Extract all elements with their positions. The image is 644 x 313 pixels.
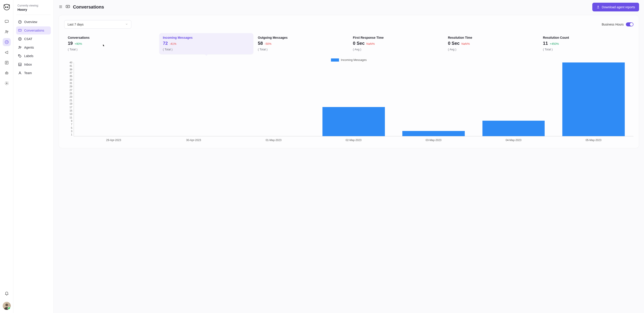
stat-title: Conversations bbox=[68, 36, 155, 39]
y-tick: 43 bbox=[63, 61, 72, 64]
chat-icon bbox=[65, 4, 70, 10]
svg-point-15 bbox=[18, 37, 22, 41]
sidebar-item-label: Team bbox=[24, 71, 32, 75]
x-tick: 02-May-2023 bbox=[314, 136, 394, 142]
stat-value: 19 bbox=[68, 41, 73, 46]
chart-icon bbox=[18, 20, 22, 24]
x-tick: 04-May-2023 bbox=[474, 136, 553, 142]
chart-column bbox=[474, 63, 553, 136]
stat-card-first-response-time[interactable]: First Response Time0 SecNaN%( Avg ) bbox=[349, 33, 444, 54]
y-tick: 5 bbox=[63, 127, 72, 129]
stat-value: 11 bbox=[543, 41, 548, 46]
stat-value: 0 Sec bbox=[448, 41, 460, 46]
chart-y-axis: 434139373533312927252321191715131197531 bbox=[64, 63, 74, 136]
sidebar-item-csat[interactable]: CSAT bbox=[16, 35, 51, 43]
stat-delta: -50% bbox=[265, 42, 272, 46]
sidebar-item-agents[interactable]: Agents bbox=[16, 44, 51, 52]
y-tick: 25 bbox=[63, 92, 72, 95]
stat-title: First Response Time bbox=[353, 36, 440, 39]
stat-card-resolution-time[interactable]: Resolution Time0 SecNaN%( Avg ) bbox=[444, 33, 538, 54]
svg-point-10 bbox=[7, 73, 7, 74]
stat-delta: NaN% bbox=[366, 42, 375, 46]
stat-delta: -41% bbox=[170, 42, 176, 46]
stat-subtext: ( Total ) bbox=[163, 48, 250, 51]
context-label: Currently viewing: bbox=[18, 4, 50, 7]
sidebar-item-label: Agents bbox=[24, 46, 34, 49]
messages-icon[interactable] bbox=[3, 18, 11, 26]
reports-icon[interactable] bbox=[3, 38, 11, 46]
legend-label: Incoming Messages bbox=[341, 58, 367, 62]
x-tick: 03-May-2023 bbox=[394, 136, 474, 142]
y-tick: 41 bbox=[63, 65, 72, 67]
dropdown-selected: Last 7 days bbox=[68, 23, 84, 26]
context-switcher[interactable]: Currently viewing: Hoory bbox=[16, 4, 51, 15]
svg-point-12 bbox=[5, 303, 8, 306]
sidebar-collapse-icon[interactable] bbox=[59, 5, 63, 10]
y-tick: 3 bbox=[63, 130, 72, 133]
chart-container: Incoming Messages 4341393735333129272523… bbox=[64, 58, 634, 142]
chart-bar[interactable] bbox=[482, 121, 545, 136]
stat-value: 58 bbox=[258, 41, 263, 46]
sidebar-item-label: CSAT bbox=[24, 37, 32, 41]
stat-card-incoming-messages[interactable]: Incoming Messages72-41%( Total ) bbox=[159, 33, 254, 54]
stat-value: 0 Sec bbox=[353, 41, 364, 46]
x-tick: 01-May-2023 bbox=[234, 136, 314, 142]
user-avatar[interactable] bbox=[3, 302, 11, 310]
download-reports-button[interactable]: Download agent reports bbox=[592, 3, 639, 12]
chart-plot bbox=[74, 63, 634, 136]
sidebar-item-inbox[interactable]: Inbox bbox=[16, 61, 51, 69]
stat-subtext: ( Avg ) bbox=[353, 48, 440, 51]
download-button-label: Download agent reports bbox=[602, 5, 635, 9]
svg-point-21 bbox=[20, 72, 20, 73]
sidebar-item-team[interactable]: Team bbox=[16, 69, 51, 77]
date-range-dropdown[interactable]: Last 7 days bbox=[64, 20, 131, 29]
y-tick: 17 bbox=[63, 106, 72, 109]
sidebar-item-label: Overview bbox=[24, 20, 37, 24]
chart-column bbox=[74, 63, 154, 136]
sidebar-item-conversations[interactable]: Conversations bbox=[16, 27, 51, 35]
svg-point-18 bbox=[19, 46, 20, 48]
settings-icon[interactable] bbox=[3, 79, 11, 87]
sidebar-item-label: Labels bbox=[24, 54, 33, 58]
sidebar-item-overview[interactable]: Overview bbox=[16, 18, 51, 26]
page-title: Conversations bbox=[73, 5, 104, 10]
stat-card-outgoing-messages[interactable]: Outgoing Messages58-50%( Total ) bbox=[254, 33, 348, 54]
y-tick: 7 bbox=[63, 123, 72, 126]
team-icon bbox=[18, 71, 22, 75]
business-hours-switch[interactable] bbox=[626, 22, 634, 27]
stats-row: Conversations19+90%( Total )Incoming Mes… bbox=[64, 33, 634, 54]
app-logo bbox=[3, 3, 11, 11]
y-tick: 39 bbox=[63, 68, 72, 71]
y-tick: 11 bbox=[63, 116, 72, 119]
sidebar-item-label: Inbox bbox=[24, 63, 32, 66]
campaigns-icon[interactable] bbox=[3, 48, 11, 57]
sidebar-item-labels[interactable]: Labels bbox=[16, 52, 51, 60]
svg-point-1 bbox=[5, 7, 6, 8]
chart-bar[interactable] bbox=[562, 63, 625, 136]
stat-subtext: ( Total ) bbox=[543, 48, 630, 51]
stat-card-resolution-count[interactable]: Resolution Count11+450%( Total ) bbox=[539, 33, 634, 54]
chart-bar[interactable] bbox=[402, 131, 465, 136]
y-tick: 35 bbox=[63, 75, 72, 78]
chart-column bbox=[154, 63, 234, 136]
contacts-icon[interactable] bbox=[3, 28, 11, 36]
stat-delta: NaN% bbox=[462, 42, 470, 46]
chart-x-axis: 29-Apr-202330-Apr-202301-May-202302-May-… bbox=[74, 136, 634, 142]
y-tick: 13 bbox=[63, 113, 72, 115]
stat-subtext: ( Total ) bbox=[258, 48, 345, 51]
library-icon[interactable] bbox=[3, 59, 11, 67]
tag-icon bbox=[18, 54, 22, 58]
chart-bar[interactable] bbox=[322, 107, 385, 136]
y-tick: 31 bbox=[63, 82, 72, 84]
stat-card-conversations[interactable]: Conversations19+90%( Total ) bbox=[64, 33, 158, 54]
stat-title: Resolution Time bbox=[448, 36, 535, 39]
svg-point-5 bbox=[7, 31, 8, 32]
context-name: Hoory bbox=[18, 8, 50, 12]
download-icon bbox=[596, 5, 600, 9]
svg-rect-22 bbox=[66, 5, 70, 8]
chart-column bbox=[394, 63, 474, 136]
smile-icon bbox=[18, 37, 22, 41]
notifications-icon[interactable] bbox=[3, 290, 11, 298]
chevron-down-icon bbox=[125, 23, 128, 26]
bot-icon[interactable] bbox=[3, 69, 11, 77]
